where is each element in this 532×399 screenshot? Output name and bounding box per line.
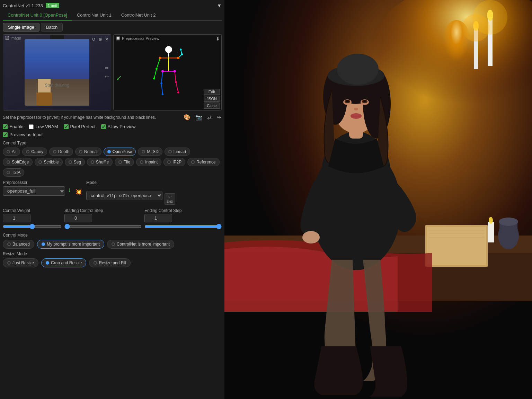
mode-btn-my-prompt[interactable]: My prompt is more important [37,240,104,249]
image-input-box[interactable]: 🖼 Image ↺ ⊕ ✕ ✏ ↩ [3,34,111,110]
model-select[interactable]: control_v11p_sd15_openposecontrol_v11p_s… [86,191,162,200]
radio-shuffle [91,160,94,164]
radio-mlsd [142,150,145,153]
ctrl-btn-t2ia[interactable]: T2IA [3,168,24,177]
enable-input[interactable] [3,124,8,129]
resize-btn-resize-fill[interactable]: Resize and Fill [89,258,131,267]
pixel-perfect-input[interactable] [64,124,69,129]
radio-crop-resize [46,261,49,265]
radio-t2ia [7,171,10,174]
radio-tile [118,160,122,164]
sub-tab-single[interactable]: Single Image [3,23,39,32]
ctrl-btn-softedge[interactable]: SoftEdge [3,158,33,166]
control-weight-input[interactable]: 1 [3,214,30,222]
green-arrow-icon: ↙ [116,73,122,82]
preview-as-input-checkbox[interactable]: Preview as Input [3,132,43,137]
ctrl-btn-openpose[interactable]: OpenPose [104,148,136,156]
tab-unit2[interactable]: ControlNet Unit 2 [116,10,161,20]
ctrl-btn-ip2p[interactable]: IP2P [163,158,185,166]
download-icon[interactable]: ⬇ [216,36,220,42]
ending-step-slider[interactable] [144,224,222,229]
refresh-icon[interactable]: ↺ [91,36,96,43]
ctrl-btn-inpaint[interactable]: Inpaint [136,158,161,166]
radio-balanced [7,242,11,246]
preprocessor-select[interactable]: openpose_fullopenposeopenpose_faceopenpo… [3,186,65,196]
radio-openpose [107,150,111,153]
right-panel [224,0,532,399]
tab-unit0[interactable]: ControlNet Unit 0 [OpenPose] [3,10,72,20]
svg-point-17 [181,53,183,55]
fire-icon[interactable]: 💥 [74,187,83,196]
control-weight-slider[interactable] [3,224,62,229]
pixel-perfect-checkbox[interactable]: Pixel Perfect [64,124,96,129]
ending-step-label: Ending Control Step [144,208,222,213]
ctrl-btn-all[interactable]: All [3,148,20,156]
checkboxes-row: Enable Low VRAM Pixel Perfect Allow Prev… [3,124,222,129]
enable-checkbox[interactable]: Enable [3,124,23,129]
control-weight-label: Control Weight [3,208,62,213]
close-image-icon[interactable]: ✕ [104,36,109,43]
mode-btn-controlnet[interactable]: ControlNet is more important [107,240,174,249]
ending-step-input[interactable] [144,214,172,222]
tab-unit1[interactable]: ControlNet Unit 1 [72,10,116,20]
control-type-title: Control Type [3,141,222,145]
svg-point-36 [489,217,493,224]
photo-icon[interactable]: 📷 [195,113,203,121]
edit-button[interactable]: Edit [204,89,220,95]
dropdown-arrow-icon[interactable]: ▼ [217,3,222,8]
close-button[interactable]: Close [204,103,220,109]
ctrl-btn-tile[interactable]: Tile [115,158,134,166]
svg-point-16 [153,78,155,80]
ending-step-col: Ending Control Step [144,208,222,229]
ctrl-btn-shuffle[interactable]: Shuffle [87,158,113,166]
sub-tab-batch[interactable]: Batch [41,23,63,32]
swap-icon[interactable]: ⇄ [206,113,212,121]
preview-as-input-input[interactable] [3,132,8,137]
resize-btn-crop-resize[interactable]: Crop and Resize [41,258,86,267]
model-label-text: Model [86,180,175,185]
radio-normal [79,150,82,153]
starting-step-input[interactable] [64,214,92,222]
radio-reference [191,160,195,164]
ctrl-btn-normal[interactable]: Normal [75,148,101,156]
svg-point-59 [363,100,366,102]
allow-preview-input[interactable] [101,124,106,129]
end-icon[interactable]: ↩END [165,193,175,205]
image-icon: 🖼 [5,36,9,40]
allow-preview-checkbox[interactable]: Allow Preview [101,124,136,129]
ctrl-btn-mlsd[interactable]: MLSD [138,148,162,156]
low-vram-input[interactable] [29,124,34,129]
svg-point-22 [162,93,164,95]
svg-line-10 [161,83,162,94]
preview-overlay-buttons: Edit JSON Close [204,89,220,109]
svg-point-18 [180,48,182,51]
ctrl-btn-depth[interactable]: Depth [49,148,73,156]
ctrl-btn-canny[interactable]: Canny [22,148,47,156]
preprocessor-preview-box[interactable]: 🔲 Preprocessor Preview ⬇ [113,34,222,110]
radio-inpaint [140,160,143,164]
radio-resize-fill [94,261,97,265]
json-button[interactable]: JSON [204,96,220,102]
mode-btn-balanced[interactable]: Balanced [3,240,34,249]
start-drawing-text: Start drawing [45,83,69,88]
svg-line-4 [154,69,157,79]
ctrl-btn-reference[interactable]: Reference [187,158,219,166]
arrow-right-icon[interactable]: ↪ [216,113,222,121]
radio-canny [26,150,29,153]
reset-icon[interactable]: ⊕ [98,36,103,43]
undo-icon[interactable]: ↩ [104,73,109,80]
svg-rect-38 [427,227,486,265]
ctrl-btn-scribble[interactable]: Scribble [35,158,62,166]
svg-point-0 [165,46,172,53]
ctrl-btn-lineart[interactable]: Lineart [165,148,190,156]
images-row: 🖼 Image ↺ ⊕ ✕ ✏ ↩ [3,34,222,110]
candle-glow [443,20,470,62]
image-right-icons: ✏ ↩ [104,65,109,80]
low-vram-checkbox[interactable]: Low VRAM [29,124,58,129]
resize-btn-just-resize[interactable]: Just Resize [3,258,38,267]
brush-icon[interactable]: ✏ [104,65,109,71]
ctrl-btn-seg[interactable]: Seg [65,158,85,166]
radio-lineart [168,150,172,153]
paint-icon[interactable]: 🎨 [183,113,191,121]
starting-step-slider[interactable] [64,224,142,229]
